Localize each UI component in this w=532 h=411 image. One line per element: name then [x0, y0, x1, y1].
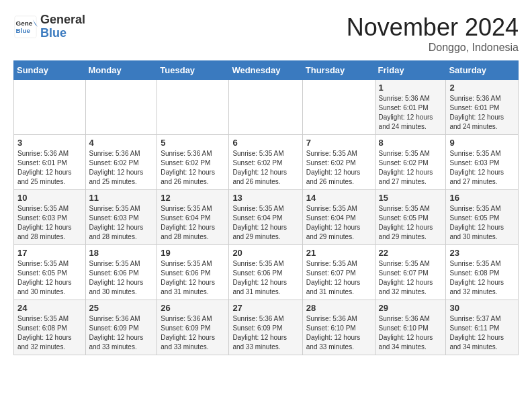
col-tuesday: Tuesday — [157, 61, 229, 80]
day-number: 18 — [89, 248, 154, 258]
calendar-cell: 22Sunrise: 5:35 AM Sunset: 6:07 PM Dayli… — [375, 245, 446, 300]
day-number: 1 — [379, 83, 443, 93]
day-number: 25 — [89, 303, 154, 313]
day-number: 28 — [306, 303, 371, 313]
logo: Gene Blue General Blue — [13, 13, 85, 40]
calendar-cell: 17Sunrise: 5:35 AM Sunset: 6:05 PM Dayli… — [14, 245, 86, 300]
calendar-cell — [157, 80, 229, 135]
day-info: Sunrise: 5:35 AM Sunset: 6:03 PM Dayligh… — [17, 204, 82, 242]
title-block: November 2024 Donggo, Indonesia — [347, 13, 519, 54]
calendar-cell: 25Sunrise: 5:36 AM Sunset: 6:09 PM Dayli… — [85, 300, 157, 355]
day-number: 20 — [232, 248, 298, 258]
day-info: Sunrise: 5:35 AM Sunset: 6:05 PM Dayligh… — [379, 204, 443, 242]
day-info: Sunrise: 5:35 AM Sunset: 6:04 PM Dayligh… — [161, 204, 225, 242]
day-number: 10 — [17, 193, 82, 203]
day-info: Sunrise: 5:35 AM Sunset: 6:04 PM Dayligh… — [232, 204, 298, 242]
calendar-cell: 9Sunrise: 5:35 AM Sunset: 6:03 PM Daylig… — [446, 135, 519, 190]
day-number: 19 — [161, 248, 225, 258]
col-wednesday: Wednesday — [229, 61, 302, 80]
day-info: Sunrise: 5:35 AM Sunset: 6:03 PM Dayligh… — [89, 204, 154, 242]
calendar-cell: 15Sunrise: 5:35 AM Sunset: 6:05 PM Dayli… — [375, 190, 446, 245]
day-info: Sunrise: 5:35 AM Sunset: 6:08 PM Dayligh… — [17, 314, 82, 352]
day-info: Sunrise: 5:37 AM Sunset: 6:11 PM Dayligh… — [449, 314, 515, 352]
calendar-cell: 13Sunrise: 5:35 AM Sunset: 6:04 PM Dayli… — [229, 190, 302, 245]
calendar-cell: 26Sunrise: 5:36 AM Sunset: 6:09 PM Dayli… — [157, 300, 229, 355]
logo-text: General Blue — [40, 13, 85, 40]
day-number: 7 — [306, 138, 371, 148]
day-info: Sunrise: 5:35 AM Sunset: 6:06 PM Dayligh… — [89, 259, 154, 297]
day-number: 27 — [232, 303, 298, 313]
day-number: 6 — [232, 138, 298, 148]
day-number: 15 — [379, 193, 443, 203]
calendar-cell: 2Sunrise: 5:36 AM Sunset: 6:01 PM Daylig… — [446, 80, 519, 135]
day-number: 8 — [379, 138, 443, 148]
col-friday: Friday — [375, 61, 446, 80]
month-title: November 2024 — [347, 13, 519, 42]
calendar-week-2: 3Sunrise: 5:36 AM Sunset: 6:01 PM Daylig… — [14, 135, 519, 190]
day-number: 14 — [306, 193, 371, 203]
calendar-cell: 14Sunrise: 5:35 AM Sunset: 6:04 PM Dayli… — [302, 190, 375, 245]
svg-text:Blue: Blue — [16, 27, 31, 34]
calendar-cell — [229, 80, 302, 135]
day-info: Sunrise: 5:35 AM Sunset: 6:02 PM Dayligh… — [379, 149, 443, 187]
day-number: 3 — [17, 138, 82, 148]
weekday-row: Sunday Monday Tuesday Wednesday Thursday… — [14, 61, 519, 80]
calendar-week-5: 24Sunrise: 5:35 AM Sunset: 6:08 PM Dayli… — [14, 300, 519, 355]
calendar-cell: 23Sunrise: 5:35 AM Sunset: 6:08 PM Dayli… — [446, 245, 519, 300]
col-saturday: Saturday — [446, 61, 519, 80]
calendar-cell — [14, 80, 86, 135]
day-number: 12 — [161, 193, 225, 203]
calendar-week-1: 1Sunrise: 5:36 AM Sunset: 6:01 PM Daylig… — [14, 80, 519, 135]
day-info: Sunrise: 5:36 AM Sunset: 6:02 PM Dayligh… — [161, 149, 225, 187]
day-info: Sunrise: 5:35 AM Sunset: 6:05 PM Dayligh… — [17, 259, 82, 297]
day-number: 23 — [449, 248, 515, 258]
logo-icon: Gene Blue — [13, 15, 38, 39]
day-number: 26 — [161, 303, 225, 313]
location: Donggo, Indonesia — [347, 42, 519, 54]
day-info: Sunrise: 5:36 AM Sunset: 6:09 PM Dayligh… — [89, 314, 154, 352]
day-number: 29 — [379, 303, 443, 313]
calendar-cell: 3Sunrise: 5:36 AM Sunset: 6:01 PM Daylig… — [14, 135, 86, 190]
day-info: Sunrise: 5:35 AM Sunset: 6:04 PM Dayligh… — [306, 204, 371, 242]
calendar-cell: 30Sunrise: 5:37 AM Sunset: 6:11 PM Dayli… — [446, 300, 519, 355]
day-info: Sunrise: 5:35 AM Sunset: 6:06 PM Dayligh… — [232, 259, 298, 297]
day-number: 9 — [449, 138, 515, 148]
day-info: Sunrise: 5:36 AM Sunset: 6:10 PM Dayligh… — [306, 314, 371, 352]
calendar-cell: 8Sunrise: 5:35 AM Sunset: 6:02 PM Daylig… — [375, 135, 446, 190]
day-info: Sunrise: 5:36 AM Sunset: 6:01 PM Dayligh… — [17, 149, 82, 187]
calendar-cell: 6Sunrise: 5:35 AM Sunset: 6:02 PM Daylig… — [229, 135, 302, 190]
calendar-cell: 28Sunrise: 5:36 AM Sunset: 6:10 PM Dayli… — [302, 300, 375, 355]
day-info: Sunrise: 5:35 AM Sunset: 6:03 PM Dayligh… — [449, 149, 515, 187]
calendar-cell: 11Sunrise: 5:35 AM Sunset: 6:03 PM Dayli… — [85, 190, 157, 245]
day-number: 2 — [449, 83, 515, 93]
day-number: 21 — [306, 248, 371, 258]
calendar-cell: 21Sunrise: 5:35 AM Sunset: 6:07 PM Dayli… — [302, 245, 375, 300]
day-info: Sunrise: 5:36 AM Sunset: 6:10 PM Dayligh… — [379, 314, 443, 352]
calendar-cell — [302, 80, 375, 135]
calendar-body: 1Sunrise: 5:36 AM Sunset: 6:01 PM Daylig… — [14, 80, 519, 355]
day-info: Sunrise: 5:36 AM Sunset: 6:02 PM Dayligh… — [89, 149, 154, 187]
calendar-week-4: 17Sunrise: 5:35 AM Sunset: 6:05 PM Dayli… — [14, 245, 519, 300]
day-info: Sunrise: 5:36 AM Sunset: 6:01 PM Dayligh… — [449, 94, 515, 132]
day-info: Sunrise: 5:35 AM Sunset: 6:08 PM Dayligh… — [449, 259, 515, 297]
day-info: Sunrise: 5:36 AM Sunset: 6:09 PM Dayligh… — [161, 314, 225, 352]
calendar-cell: 27Sunrise: 5:36 AM Sunset: 6:09 PM Dayli… — [229, 300, 302, 355]
calendar-cell: 16Sunrise: 5:35 AM Sunset: 6:05 PM Dayli… — [446, 190, 519, 245]
day-number: 24 — [17, 303, 82, 313]
page: Gene Blue General Blue November 2024 Don… — [0, 0, 532, 369]
calendar-cell: 18Sunrise: 5:35 AM Sunset: 6:06 PM Dayli… — [85, 245, 157, 300]
calendar-cell: 1Sunrise: 5:36 AM Sunset: 6:01 PM Daylig… — [375, 80, 446, 135]
day-number: 16 — [449, 193, 515, 203]
day-info: Sunrise: 5:36 AM Sunset: 6:09 PM Dayligh… — [232, 314, 298, 352]
calendar-cell: 12Sunrise: 5:35 AM Sunset: 6:04 PM Dayli… — [157, 190, 229, 245]
day-info: Sunrise: 5:36 AM Sunset: 6:01 PM Dayligh… — [379, 94, 443, 132]
calendar-cell: 4Sunrise: 5:36 AM Sunset: 6:02 PM Daylig… — [85, 135, 157, 190]
svg-text:Gene: Gene — [16, 19, 33, 27]
logo-blue-text: Blue — [40, 27, 85, 40]
day-info: Sunrise: 5:35 AM Sunset: 6:07 PM Dayligh… — [306, 259, 371, 297]
calendar-week-3: 10Sunrise: 5:35 AM Sunset: 6:03 PM Dayli… — [14, 190, 519, 245]
calendar-cell: 19Sunrise: 5:35 AM Sunset: 6:06 PM Dayli… — [157, 245, 229, 300]
day-info: Sunrise: 5:35 AM Sunset: 6:02 PM Dayligh… — [232, 149, 298, 187]
day-number: 4 — [89, 138, 154, 148]
col-thursday: Thursday — [302, 61, 375, 80]
